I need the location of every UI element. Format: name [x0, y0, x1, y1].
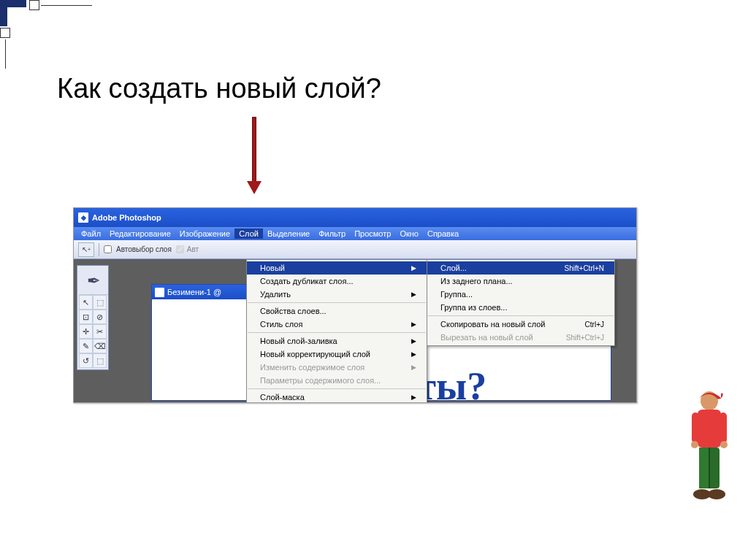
- menu-просмотр[interactable]: Просмотр: [350, 229, 395, 239]
- menu-item[interactable]: Стиль слоя▶: [247, 318, 427, 331]
- layer-menu-dropdown: Новый▶Создать дубликат слоя...Удалить▶Св…: [246, 259, 427, 403]
- menu-item[interactable]: Новый▶: [247, 261, 427, 275]
- menu-item[interactable]: Слой...Shift+Ctrl+N: [427, 261, 614, 275]
- document-icon: [155, 288, 164, 297]
- menu-item[interactable]: Новый слой-заливка▶: [247, 334, 427, 348]
- svg-point-5: [720, 441, 728, 448]
- character-graphic: [682, 385, 737, 516]
- tool-0[interactable]: ↖: [79, 295, 93, 310]
- menu-справка[interactable]: Справка: [423, 229, 463, 239]
- menu-item[interactable]: Слой-маска▶: [247, 391, 427, 403]
- menu-item: Параметры содержимого слоя...: [247, 374, 427, 387]
- menu-фильтр[interactable]: Фильтр: [314, 229, 350, 239]
- options-bar: ↖+ Автовыбор слоя Авт: [74, 240, 636, 259]
- auto-select-layer-checkbox[interactable]: [104, 245, 112, 253]
- work-area: ✒ ↖⬚⊡⊘✛✂✎⌫↺⬚ Безимени-1 @ фекты? Новый▶С…: [74, 259, 636, 402]
- svg-rect-1: [698, 410, 721, 448]
- feather-icon: ✒: [79, 267, 108, 295]
- menu-item[interactable]: Удалить▶: [247, 288, 427, 301]
- tool-8[interactable]: ↺: [79, 353, 93, 368]
- menu-item[interactable]: Свойства слоев...: [247, 304, 427, 318]
- photoshop-icon: ◆: [78, 212, 88, 223]
- auto-checkbox-2: [176, 245, 184, 253]
- document-title: Безимени-1 @: [167, 288, 221, 296]
- menubar: ФайлРедактированиеИзображениеСлойВыделен…: [74, 227, 636, 240]
- app-title: Adobe Photoshop: [92, 213, 161, 222]
- tool-4[interactable]: ✛: [79, 324, 93, 339]
- svg-rect-8: [709, 448, 710, 488]
- svg-point-10: [708, 489, 725, 499]
- menu-слой[interactable]: Слой: [234, 229, 263, 239]
- svg-rect-3: [720, 413, 727, 443]
- tool-7[interactable]: ⌫: [93, 339, 107, 353]
- layer-new-submenu: Слой...Shift+Ctrl+NИз заднего плана...Гр…: [427, 259, 615, 346]
- tool-1[interactable]: ⬚: [93, 295, 107, 310]
- app-titlebar: ◆ Adobe Photoshop: [74, 208, 636, 227]
- menu-item: Вырезать на новый слойShift+Ctrl+J: [427, 331, 614, 344]
- svg-rect-7: [699, 448, 709, 488]
- tool-6[interactable]: ✎: [79, 339, 93, 353]
- slide-decoration: [0, 0, 110, 44]
- menu-редактирование[interactable]: Редактирование: [105, 229, 175, 239]
- menu-item[interactable]: Новый корректирующий слой▶: [247, 348, 427, 361]
- menu-item[interactable]: Скопировать на новый слойCtrl+J: [427, 318, 614, 331]
- menu-item[interactable]: Группа...: [427, 288, 614, 301]
- menu-item: Изменить содержимое слоя▶: [247, 361, 427, 374]
- menu-файл[interactable]: Файл: [77, 229, 105, 239]
- svg-point-4: [691, 441, 698, 448]
- menu-item[interactable]: Из заднего плана...: [427, 275, 614, 288]
- photoshop-screenshot: ◆ Adobe Photoshop ФайлРедактированиеИзоб…: [73, 207, 637, 403]
- menu-выделение[interactable]: Выделение: [263, 229, 314, 239]
- auto-label-2: Авт: [187, 245, 199, 253]
- menu-item[interactable]: Группа из слоев...: [427, 301, 614, 314]
- tool-3[interactable]: ⊘: [93, 310, 107, 324]
- tool-9[interactable]: ⬚: [93, 353, 107, 368]
- tool-2[interactable]: ⊡: [79, 310, 93, 324]
- toolbox: ✒ ↖⬚⊡⊘✛✂✎⌫↺⬚: [77, 265, 109, 370]
- move-tool-indicator[interactable]: ↖+: [78, 242, 94, 257]
- menu-окно[interactable]: Окно: [395, 229, 423, 239]
- arrow-down-icon: [247, 117, 262, 197]
- svg-rect-2: [692, 413, 699, 443]
- auto-select-layer-label: Автовыбор слоя: [116, 245, 172, 253]
- tool-5[interactable]: ✂: [93, 324, 107, 339]
- slide-title: Как создать новый слой?: [57, 73, 381, 104]
- menu-изображение[interactable]: Изображение: [175, 229, 234, 239]
- menu-item[interactable]: Создать дубликат слоя...: [247, 275, 427, 288]
